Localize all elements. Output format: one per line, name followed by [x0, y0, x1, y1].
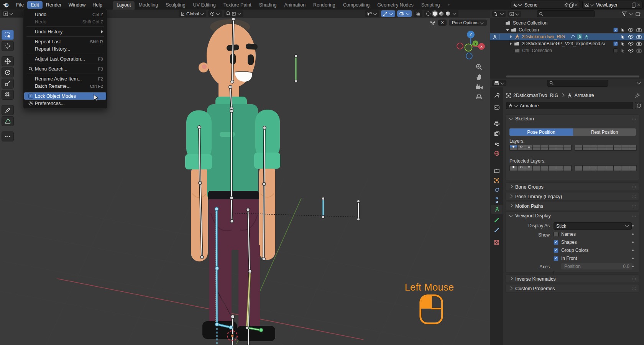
tab-physics[interactable]: [491, 186, 503, 195]
tab-world[interactable]: [491, 149, 503, 158]
expand-arrow-icon[interactable]: [510, 35, 512, 38]
selectable-pointer-icon[interactable]: [621, 48, 625, 53]
bone-layer-cell[interactable]: [606, 145, 613, 148]
tool-rotate[interactable]: [2, 67, 14, 77]
menu-item-repeat-history[interactable]: Repeat History...: [23, 45, 107, 53]
inverse-kinematics-panel[interactable]: Inverse Kinematics: [505, 274, 639, 283]
axes-position-field-disabled[interactable]: Position 0.0: [561, 263, 632, 269]
bone-layer-cell[interactable]: [575, 168, 582, 171]
bone-layer-cell[interactable]: [510, 148, 517, 150]
tab-shading[interactable]: Shading: [255, 1, 281, 10]
menu-item-batch-rename[interactable]: Batch Rename...Ctrl F2: [23, 82, 107, 90]
outliner-display-mode-dropdown[interactable]: [492, 11, 506, 17]
names-checkbox[interactable]: [554, 232, 559, 237]
outliner-item-label[interactable]: Collection: [519, 27, 539, 33]
tab-texture-paint[interactable]: Texture Paint: [220, 1, 255, 10]
camera-icon[interactable]: [636, 41, 642, 46]
overlays-toggle[interactable]: [397, 10, 412, 17]
rest-position-button[interactable]: Rest Position: [573, 128, 636, 136]
armature-name-value[interactable]: Armature: [520, 103, 539, 108]
bone-groups-panel[interactable]: Bone Groups: [505, 182, 639, 191]
pivot-point-dropdown[interactable]: [208, 10, 222, 17]
protected-layers-grid-left[interactable]: [509, 165, 572, 171]
viewport-display-header[interactable]: Viewport Display: [506, 212, 639, 220]
custom-properties-panel[interactable]: Custom Properties: [505, 284, 639, 292]
tool-pose-breakdowner[interactable]: [2, 131, 14, 141]
outliner-filter-object-dropdown[interactable]: [508, 11, 521, 17]
bone-layer-cell[interactable]: [614, 145, 621, 148]
animate-dot[interactable]: [632, 242, 634, 243]
bone-layer-cell[interactable]: [590, 148, 598, 150]
bone-layer-cell[interactable]: [590, 145, 598, 148]
tab-object-constraints[interactable]: [491, 196, 503, 205]
bone-layer-cell[interactable]: [590, 168, 598, 171]
bone-layer-cell[interactable]: [598, 148, 605, 150]
armature-name-field[interactable]: Armature: [506, 102, 633, 109]
bone-layer-cell[interactable]: [621, 168, 629, 171]
bone-layer-cell[interactable]: [629, 168, 636, 171]
menu-item-repeat-last[interactable]: Repeat LastShift R: [23, 38, 107, 45]
menu-item-menu-search[interactable]: Menu Search...F3: [23, 65, 107, 72]
tool-transform[interactable]: [2, 90, 14, 100]
bone-layer-cell[interactable]: [549, 148, 556, 150]
drag-grip-icon[interactable]: [632, 214, 636, 217]
motion-paths-panel[interactable]: Motion Paths: [505, 202, 639, 210]
bone-layer-cell[interactable]: [614, 166, 621, 168]
pin-icon[interactable]: [635, 93, 640, 98]
menu-file[interactable]: File: [13, 1, 27, 9]
bone-layer-cell[interactable]: [583, 168, 590, 171]
bone-layer-cell[interactable]: [598, 166, 605, 168]
transform-orientation-dropdown[interactable]: Global: [179, 10, 206, 17]
tab-modeling[interactable]: Modeling: [135, 1, 162, 10]
tab-texture[interactable]: [491, 238, 503, 247]
bone-layer-cell[interactable]: [518, 148, 525, 150]
tool-annotate[interactable]: [2, 105, 14, 115]
outliner-row-gp-collection[interactable]: 2DStickmanBlueGP_V23_exportBlend.sv: [490, 40, 644, 47]
bone-layers-grid-left[interactable]: [509, 145, 572, 151]
bone-layer-cell[interactable]: [606, 166, 613, 168]
exclude-checkbox[interactable]: [613, 48, 618, 53]
exclude-checkbox[interactable]: [613, 41, 618, 46]
in-front-checkbox[interactable]: [554, 256, 559, 261]
bone-layer-cell[interactable]: [549, 168, 556, 171]
viewlayer-name[interactable]: ViewLayer: [594, 2, 631, 8]
drag-grip-icon[interactable]: [632, 278, 636, 281]
bone-layer-cell[interactable]: [525, 166, 532, 168]
outliner-row-scene-collection[interactable]: Scene Collection: [490, 20, 644, 26]
copy-icon[interactable]: [569, 2, 574, 8]
bone-layer-cell[interactable]: [541, 148, 548, 150]
bone-layer-cell[interactable]: [549, 166, 556, 168]
bone-layer-cell[interactable]: [518, 166, 525, 168]
pose-options-dropdown[interactable]: Pose Options: [449, 20, 487, 26]
tab-scene[interactable]: [491, 139, 503, 148]
tab-animation[interactable]: Animation: [281, 1, 310, 10]
bone-layer-cell[interactable]: [510, 166, 517, 168]
bone-layer-cell[interactable]: [510, 168, 517, 171]
options-chevron-icon[interactable]: [637, 81, 641, 85]
checkbox-checked-icon[interactable]: [28, 94, 33, 99]
close-icon[interactable]: ✕: [574, 2, 578, 8]
group-colors-checkbox[interactable]: [554, 248, 559, 253]
outliner-item-label[interactable]: 2DstickmanTwo_RIG: [522, 34, 565, 39]
mirror-x-toggle[interactable]: X: [438, 20, 447, 26]
menu-item-undo-history[interactable]: Undo History: [23, 28, 107, 35]
bone-layer-cell[interactable]: [598, 145, 605, 148]
snapping-controls[interactable]: [224, 10, 243, 17]
bone-layer-cell[interactable]: [575, 166, 582, 168]
scene-name[interactable]: Scene: [522, 2, 564, 8]
breadcrumb-object[interactable]: 2DstickmanTwo_RIG: [513, 93, 558, 98]
material-preview-icon[interactable]: [439, 12, 444, 16]
bone-layer-cell[interactable]: [614, 168, 621, 171]
tab-output[interactable]: [491, 119, 503, 128]
camera-icon[interactable]: [636, 48, 642, 53]
selectable-pointer-icon[interactable]: [621, 28, 625, 33]
expand-arrow-icon[interactable]: [510, 42, 512, 45]
bone-layer-cell[interactable]: [541, 166, 548, 168]
viewlayer-selector[interactable]: ViewLayer ✕: [582, 1, 642, 9]
menu-help[interactable]: Help: [89, 1, 106, 9]
bone-layer-cell[interactable]: [525, 148, 532, 150]
menu-render[interactable]: Render: [43, 1, 65, 9]
tab-tool[interactable]: [491, 90, 503, 100]
bone-layer-cell[interactable]: [614, 148, 621, 150]
bone-layer-cell[interactable]: [533, 145, 540, 148]
